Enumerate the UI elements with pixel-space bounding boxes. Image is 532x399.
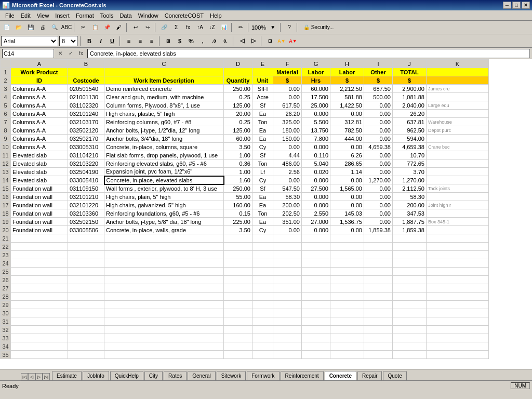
cell-r1-e[interactable] [252,68,273,76]
cell-r35-10[interactable] [393,351,427,359]
cell-r24-9[interactable] [364,259,393,268]
cell-r20-e[interactable]: Cy [252,226,273,234]
cell-r24-6[interactable] [273,259,302,268]
cell-r29-9[interactable] [364,301,393,309]
row-num-6[interactable]: 6 [1,110,11,118]
cell-r6-f[interactable]: 26.20 [273,110,302,118]
cell-r13-k[interactable] [427,168,489,176]
tab-prev-button[interactable]: ◁ [28,373,35,380]
cell-r30-1[interactable] [11,309,68,317]
cell-r31-2[interactable] [68,317,104,326]
new-button[interactable]: 📄 [1,22,12,33]
cell-r35-2[interactable] [68,351,104,359]
col-header-c[interactable]: C [104,60,224,68]
open-button[interactable]: 📂 [13,22,24,33]
cell-r35-7[interactable] [302,351,330,359]
cell-r14-d[interactable]: 1.60 [224,176,252,184]
cell-r5-h[interactable]: 1,422.50 [330,101,364,110]
cell-r4-h[interactable]: 581.88 [330,93,364,101]
cell-r33-4[interactable] [224,334,252,342]
cell-r18-g[interactable]: 2.550 [302,209,330,218]
cell-r12-k[interactable] [427,159,489,168]
sheet-tab-jobinfo[interactable]: JobInfo [83,371,109,380]
cell-r18-h[interactable]: 145.03 [330,209,364,218]
cell-r24-2[interactable] [68,259,104,268]
cell-r5-j[interactable]: 2,040.00 [393,101,427,110]
cell-r33-10[interactable] [393,334,427,342]
cell-r24-1[interactable] [11,259,68,268]
cell-r3-e[interactable]: SfFl [252,85,273,93]
cell-r30-11[interactable] [427,309,489,317]
cell-r19-j[interactable]: 1,887.75 [393,218,427,226]
cell-r31-1[interactable] [11,317,68,326]
comma-button[interactable]: , [197,36,208,46]
cell-r22-3[interactable] [104,243,224,251]
cell-r32-3[interactable] [104,326,224,334]
cell-r25-11[interactable] [427,268,489,276]
cell-r11-e[interactable]: Sf [252,151,273,159]
cell-r9-f[interactable]: 150.00 [273,135,302,143]
tab-first-button[interactable]: |◁ [21,373,28,380]
cell-r11-c[interactable]: Flat slab forms, drop panels, plywood, 1… [104,151,224,159]
cell-r9-g[interactable]: 7.800 [302,135,330,143]
row-num-20[interactable]: 20 [1,226,11,234]
cell-r7-c[interactable]: Reinforcing columns, g60, #7 - #8 [104,118,224,126]
cell-r5-e[interactable]: Sf [252,101,273,110]
cell-r21-10[interactable] [393,234,427,243]
cell-r5-k[interactable]: Large equ [427,101,489,110]
cell-r17-k[interactable]: Joint high r [427,201,489,209]
cell-r14-c[interactable]: Concrete, in-place, elevated slabs [104,176,224,184]
sheet-tab-rates[interactable]: Rates [164,371,187,380]
cell-r2-e[interactable]: Unit [252,76,273,85]
cell-r17-g[interactable]: 0.000 [302,201,330,209]
row-num-11[interactable]: 11 [1,151,11,159]
currency-button[interactable]: $ [175,36,185,46]
cell-r28-4[interactable] [224,292,252,301]
cell-r14-i[interactable]: 1,270.00 [364,176,393,184]
row-num-12[interactable]: 12 [1,159,11,168]
cell-r28-10[interactable] [393,292,427,301]
cell-r35-11[interactable] [427,351,489,359]
cell-r3-d[interactable]: 250.00 [224,85,252,93]
cell-r6-h[interactable]: 0.00 [330,110,364,118]
cell-r14-g[interactable]: 0.000 [302,176,330,184]
cell-r4-a[interactable]: Columns A-A [11,93,68,101]
cell-r15-g[interactable]: 27.500 [302,184,330,193]
cell-r18-i[interactable]: 0.00 [364,209,393,218]
cell-r1-a[interactable]: Work Product [11,68,68,76]
cell-r11-j[interactable]: 10.70 [393,151,427,159]
cell-r24-11[interactable] [427,259,489,268]
cell-r2-d[interactable]: Quantity [224,76,252,85]
cell-r12-c[interactable]: Reinforcing elevated slabs, g60, #5 - #6 [104,159,224,168]
cell-r28-3[interactable] [104,292,224,301]
cell-r21-2[interactable] [68,234,104,243]
cell-r25-1[interactable] [11,268,68,276]
cell-r23-4[interactable] [224,251,252,259]
cell-r5-c[interactable]: Column forms, Plywood, 8"x8", 1 use [104,101,224,110]
menu-insert[interactable]: Insert [52,12,73,19]
cell-r8-j[interactable]: 962.50 [393,126,427,135]
cell-r30-6[interactable] [273,309,302,317]
cell-r13-b[interactable]: 032504190 [68,168,104,176]
cell-r33-6[interactable] [273,334,302,342]
cell-r6-k[interactable] [427,110,489,118]
cell-r27-10[interactable] [393,284,427,292]
cell-r2-i[interactable]: $ [364,76,393,85]
cell-r31-6[interactable] [273,317,302,326]
cell-r35-8[interactable] [330,351,364,359]
cell-r11-b[interactable]: 031104210 [68,151,104,159]
cell-r22-11[interactable] [427,243,489,251]
cell-r7-f[interactable]: 325.00 [273,118,302,126]
cell-r6-i[interactable]: 0.00 [364,110,393,118]
cell-r11-h[interactable]: 6.26 [330,151,364,159]
cell-r27-8[interactable] [330,284,364,292]
cell-r31-4[interactable] [224,317,252,326]
sheet-tab-sitework[interactable]: Sitework [217,371,246,380]
cell-r15-e[interactable]: Sf [252,184,273,193]
cell-r15-j[interactable]: 2,112.50 [393,184,427,193]
col-header-d[interactable]: D [224,60,252,68]
cell-r7-j[interactable]: 637.81 [393,118,427,126]
sheet-tab-repair[interactable]: Repair [357,371,382,380]
cell-r23-7[interactable] [302,251,330,259]
cell-r17-i[interactable]: 0.00 [364,201,393,209]
